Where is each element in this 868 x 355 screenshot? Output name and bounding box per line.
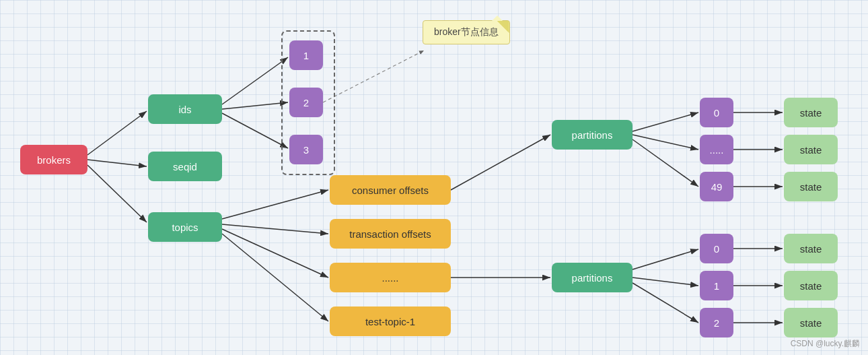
- svg-line-2: [87, 111, 147, 155]
- dots1-node: ......: [330, 263, 451, 292]
- p1-bot-node: 1: [700, 271, 733, 300]
- svg-line-6: [222, 102, 288, 109]
- state1-1-node: state: [784, 98, 838, 127]
- svg-line-14: [632, 112, 698, 131]
- svg-line-3: [87, 160, 147, 166]
- svg-line-8: [222, 190, 328, 219]
- consumer-offsets-node: consumer offsets: [330, 175, 451, 205]
- svg-line-26: [323, 51, 424, 102]
- svg-line-20: [632, 249, 698, 269]
- svg-line-9: [222, 224, 328, 234]
- state2-2-node: state: [784, 271, 838, 300]
- state2-1-node: state: [784, 234, 838, 263]
- pdots-top-node: .....: [700, 135, 733, 164]
- p2-bot-node: 2: [700, 308, 733, 337]
- svg-line-11: [222, 234, 328, 321]
- p0-top-node: 0: [700, 98, 733, 127]
- svg-line-7: [222, 113, 288, 148]
- svg-line-13: [451, 135, 550, 190]
- svg-line-10: [222, 229, 328, 278]
- id1-node: 1: [289, 40, 323, 70]
- svg-line-4: [87, 165, 147, 222]
- partitions2-node: partitions: [552, 263, 632, 292]
- svg-line-15: [632, 135, 698, 150]
- test-topic-1-node: test-topic-1: [330, 306, 451, 336]
- p0-bot-node: 0: [700, 234, 733, 263]
- transaction-offsets-node: transaction offsets: [330, 219, 451, 249]
- p49-top-node: 49: [700, 172, 733, 201]
- ids-node: ids: [148, 94, 222, 124]
- tooltip-label: broker节点信息: [434, 26, 499, 37]
- topics-node: topics: [148, 212, 222, 242]
- state1-3-node: state: [784, 172, 838, 201]
- svg-line-22: [632, 283, 698, 323]
- state1-2-node: state: [784, 135, 838, 164]
- watermark: CSDN @lucky.麒麟: [791, 338, 860, 350]
- id3-node: 3: [289, 135, 323, 164]
- seqid-node: seqid: [148, 152, 222, 181]
- id2-node: 2: [289, 88, 323, 117]
- partitions1-node: partitions: [552, 120, 632, 150]
- brokers-node: brokers: [20, 145, 87, 174]
- svg-line-5: [222, 57, 288, 104]
- state2-3-node: state: [784, 308, 838, 337]
- svg-line-16: [632, 139, 698, 187]
- svg-line-21: [632, 278, 698, 286]
- broker-info-tooltip: broker节点信息: [423, 20, 510, 44]
